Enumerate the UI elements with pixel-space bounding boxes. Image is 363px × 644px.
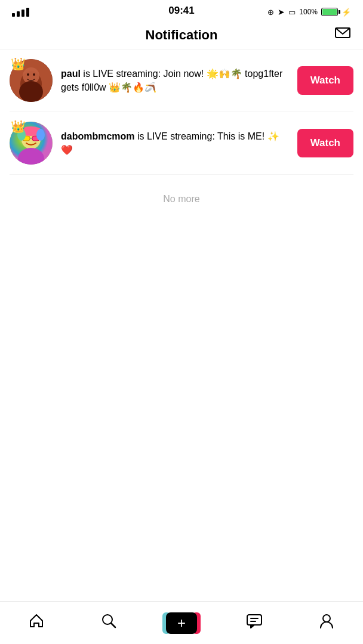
svg-point-4 bbox=[27, 73, 29, 76]
nav-messages[interactable] bbox=[218, 602, 291, 644]
signal-bar-1 bbox=[12, 13, 15, 17]
signal-bar-3 bbox=[21, 10, 24, 17]
add-button[interactable]: + bbox=[166, 612, 197, 634]
notification-username: paul bbox=[61, 69, 81, 79]
signal-bar-4 bbox=[26, 8, 29, 17]
status-right: ⊕ ➤ ▭ 100% ⚡ bbox=[267, 7, 351, 17]
charging-icon: ⚡ bbox=[342, 8, 351, 17]
plus-icon: + bbox=[177, 615, 186, 631]
signal-strength bbox=[12, 8, 29, 17]
svg-rect-19 bbox=[247, 615, 262, 625]
bottom-navigation: + bbox=[0, 601, 363, 644]
page-title: Notification bbox=[146, 27, 218, 43]
status-time: 09:41 bbox=[168, 5, 194, 17]
notification-item: 👑 bbox=[10, 112, 353, 175]
nav-home[interactable] bbox=[0, 602, 73, 644]
svg-point-5 bbox=[33, 73, 35, 76]
nav-add[interactable]: + bbox=[145, 602, 218, 644]
svg-point-22 bbox=[323, 615, 330, 622]
search-icon bbox=[100, 612, 117, 633]
status-bar: 09:41 ⊕ ➤ ▭ 100% ⚡ bbox=[0, 0, 363, 21]
crown-badge: 👑 bbox=[11, 57, 26, 71]
profile-icon bbox=[318, 612, 335, 633]
home-icon bbox=[28, 612, 45, 633]
svg-line-18 bbox=[111, 623, 115, 627]
svg-point-15 bbox=[36, 129, 45, 141]
lock-icon: ⊕ bbox=[267, 8, 274, 17]
notification-username: dabombmcmom bbox=[61, 131, 135, 141]
messages-icon bbox=[246, 612, 263, 633]
notification-text: paul is LIVE streaming: Join now! 🌟🙌🌴 to… bbox=[61, 67, 289, 94]
notification-message: is LIVE streaming: Join now! 🌟🙌🌴 topg1ft… bbox=[61, 69, 282, 92]
battery-icon bbox=[321, 8, 338, 16]
avatar-wrapper: 👑 bbox=[10, 59, 53, 102]
svg-point-6 bbox=[19, 81, 43, 102]
nav-search[interactable] bbox=[73, 602, 146, 644]
watch-button[interactable]: Watch bbox=[297, 129, 353, 157]
page-header: Notification bbox=[0, 21, 363, 49]
notification-text: dabombmcmom is LIVE streaming: This is M… bbox=[61, 129, 289, 157]
nav-profile[interactable] bbox=[290, 602, 363, 644]
battery-percent: 100% bbox=[299, 8, 318, 16]
inbox-icon[interactable] bbox=[334, 26, 351, 45]
signal-bar-2 bbox=[17, 11, 20, 17]
avatar-wrapper: 👑 bbox=[10, 122, 53, 165]
cast-icon: ▭ bbox=[288, 8, 296, 17]
watch-button[interactable]: Watch bbox=[297, 66, 353, 95]
location-icon: ➤ bbox=[278, 7, 285, 17]
crown-badge: 👑 bbox=[11, 119, 26, 134]
notification-item: 👑 paul is LIVE streaming: Join now! 🌟🙌� bbox=[10, 49, 353, 112]
notification-list: 👑 paul is LIVE streaming: Join now! 🌟🙌� bbox=[0, 49, 363, 175]
no-more-text: No more bbox=[0, 175, 363, 216]
